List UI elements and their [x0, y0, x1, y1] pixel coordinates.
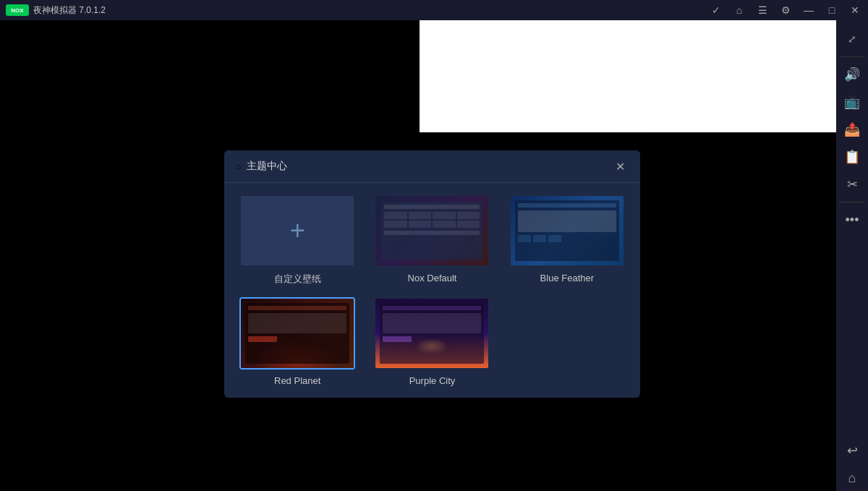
nox-cell [409, 212, 432, 219]
theme-label-purple: Purple City [409, 375, 456, 386]
scissor-button[interactable]: ✂ [839, 171, 865, 197]
thumb-nox-bg [375, 196, 488, 265]
theme-label-custom: 自定义壁纸 [274, 273, 321, 286]
menu-button[interactable]: ☰ [752, 0, 773, 20]
blue-dot [548, 235, 561, 242]
red-bar [248, 306, 346, 310]
import-button[interactable]: 📤 [839, 116, 865, 142]
app-title: 夜神模拟器 7.0.1.2 [33, 4, 106, 17]
dialog-header-left: ⌂ 主题中心 [236, 160, 287, 173]
theme-label-nox: Nox Default [408, 273, 457, 283]
theme-grid: + 自定义壁纸 [224, 183, 640, 398]
expand-button[interactable]: ⤢ [839, 26, 865, 52]
theme-thumb-nox [374, 195, 490, 267]
home-button[interactable]: ⌂ [729, 0, 749, 20]
red-panel [248, 313, 346, 333]
more-button[interactable]: ••• [839, 207, 865, 233]
app-logo: NOX [6, 4, 29, 16]
main-area: ⌂ 主题中心 ✕ + 自定义壁纸 [0, 20, 836, 491]
nox-grid [384, 212, 480, 228]
theme-center-dialog: ⌂ 主题中心 ✕ + 自定义壁纸 [224, 150, 640, 398]
theme-label-red: Red Planet [274, 375, 320, 386]
theme-item-custom[interactable]: + 自定义壁纸 [236, 195, 359, 286]
dialog-header: ⌂ 主题中心 ✕ [224, 150, 640, 183]
dialog-title: 主题中心 [247, 160, 287, 173]
minimize-button[interactable]: — [799, 0, 819, 20]
right-toolbar: ⤢ 🔊 📺 📤 📋 ✂ ••• ↩ ⌂ [836, 20, 868, 491]
purple-btn [383, 336, 412, 342]
thumb-blue-bg [511, 196, 624, 265]
checkmark-button[interactable]: ✓ [706, 0, 726, 20]
blue-dot [518, 235, 531, 242]
nox-cell [457, 212, 480, 219]
title-bar: NOX 夜神模拟器 7.0.1.2 ✓ ⌂ ☰ ⚙ — □ ✕ [0, 0, 868, 20]
blue-dots [518, 235, 616, 242]
volume-button[interactable]: 🔊 [839, 61, 865, 87]
purple-bar [383, 306, 481, 310]
theme-item-blue-feather[interactable]: Blue Feather [506, 195, 629, 286]
title-bar-left: NOX 夜神模拟器 7.0.1.2 [0, 4, 106, 17]
clipboard-button[interactable]: 📋 [839, 144, 865, 170]
toolbar-divider-2 [839, 202, 864, 202]
close-button[interactable]: ✕ [845, 0, 865, 20]
maximize-button[interactable]: □ [822, 0, 842, 20]
thumb-blue-ui [515, 200, 619, 261]
red-btn [248, 336, 277, 342]
window-controls: ✓ ⌂ ☰ ⚙ — □ ✕ [706, 0, 868, 20]
nox-cell [409, 221, 432, 228]
thumb-purple-bg [375, 299, 488, 368]
emulator-content [420, 20, 836, 132]
theme-item-red-planet[interactable]: Red Planet [236, 297, 359, 386]
nox-cell [384, 212, 407, 219]
theme-label-blue: Blue Feather [540, 273, 594, 283]
purple-panel [383, 313, 481, 333]
dialog-close-button[interactable]: ✕ [611, 158, 629, 175]
nox-bar-2 [384, 231, 480, 235]
theme-thumb-blue [509, 195, 625, 267]
theme-item-purple-city[interactable]: Purple City [370, 297, 493, 386]
thumb-custom-bg: + [241, 196, 354, 265]
theme-thumb-red [239, 297, 355, 370]
thumb-red-ui [245, 303, 349, 364]
thumb-red-bg [241, 299, 354, 368]
nox-cell [433, 212, 456, 219]
theme-thumb-purple [374, 297, 490, 370]
nox-cell [457, 221, 480, 228]
plus-icon: + [290, 218, 305, 244]
blue-bar-1 [518, 203, 616, 208]
nox-cell [433, 221, 456, 228]
thumb-purple-ui [380, 303, 484, 364]
thumb-nox-ui [381, 202, 482, 260]
blue-dot [533, 235, 546, 242]
theme-item-nox-default[interactable]: Nox Default [370, 195, 493, 286]
back-button[interactable]: ↩ [839, 437, 865, 464]
home-toolbar-button[interactable]: ⌂ [839, 465, 865, 491]
dialog-home-icon: ⌂ [236, 161, 241, 171]
settings-button[interactable]: ⚙ [775, 0, 796, 20]
toolbar-divider-1 [839, 56, 864, 57]
nox-bar-1 [384, 205, 480, 209]
blue-panel [518, 210, 616, 232]
nox-cell [384, 221, 407, 228]
screen-button[interactable]: 📺 [839, 89, 865, 115]
theme-thumb-custom: + [239, 195, 355, 267]
